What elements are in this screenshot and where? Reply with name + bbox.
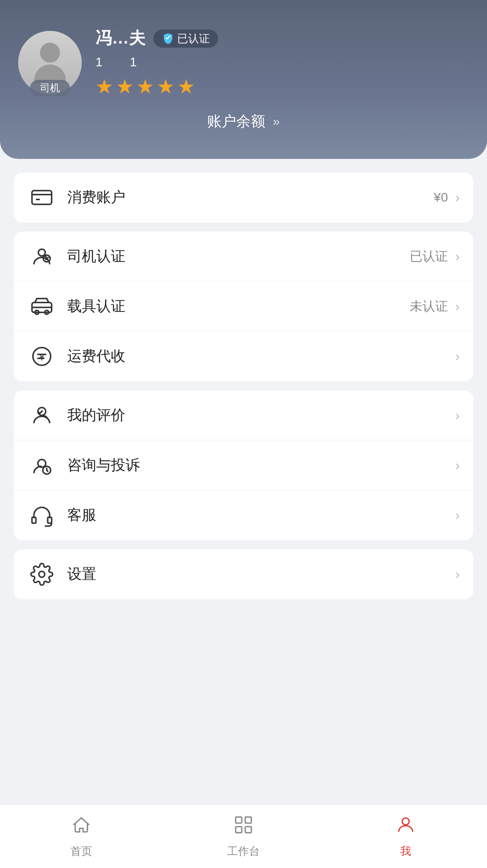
balance-row[interactable]: 账户余额 » bbox=[18, 112, 469, 132]
headset-icon bbox=[27, 501, 56, 530]
avatar-head bbox=[40, 43, 60, 63]
consult-complaint-label: 咨询与投诉 bbox=[67, 455, 448, 475]
svg-text:¥: ¥ bbox=[39, 351, 45, 363]
menu-item-vehicle-cert[interactable]: 载具认证 未认证 › bbox=[14, 281, 473, 331]
profile-header: 司机 冯...夫 已认证 1 1 bbox=[0, 0, 487, 159]
consult-icon bbox=[27, 451, 56, 480]
settings-label: 设置 bbox=[67, 564, 448, 584]
svg-point-20 bbox=[403, 818, 409, 825]
balance-label: 账户余额 bbox=[207, 112, 265, 132]
bottom-nav: 首页 工作台 我 bbox=[0, 804, 487, 868]
freight-collect-arrow: › bbox=[455, 349, 460, 364]
shield-icon bbox=[162, 32, 174, 45]
star2: ★ bbox=[116, 75, 134, 98]
star5: ★ bbox=[177, 75, 195, 98]
review-icon bbox=[27, 401, 56, 430]
nav-item-me[interactable]: 我 bbox=[325, 805, 487, 868]
svg-point-3 bbox=[38, 249, 45, 256]
consult-complaint-arrow: › bbox=[455, 458, 460, 473]
balance-chevron: » bbox=[273, 114, 280, 129]
svg-rect-19 bbox=[245, 827, 251, 833]
nav-item-workspace[interactable]: 工作台 bbox=[162, 805, 324, 868]
svg-rect-16 bbox=[236, 817, 242, 823]
customer-service-arrow: › bbox=[455, 508, 460, 523]
settings-arrow: › bbox=[455, 567, 460, 582]
freight-collect-icon: ¥ bbox=[27, 342, 56, 371]
driver-label: 司机 bbox=[30, 80, 70, 96]
vehicle-cert-arrow: › bbox=[455, 299, 460, 314]
consume-account-label: 消费账户 bbox=[67, 187, 434, 207]
my-reviews-label: 我的评价 bbox=[67, 405, 448, 425]
grid-icon bbox=[233, 814, 254, 840]
menu-item-my-reviews[interactable]: 我的评价 › bbox=[14, 390, 473, 440]
settings-icon bbox=[27, 560, 56, 589]
svg-point-15 bbox=[39, 572, 45, 577]
menu-section-1: 消费账户 ¥0 › bbox=[14, 173, 473, 222]
card-icon bbox=[27, 183, 56, 212]
stat2: 1 bbox=[130, 55, 137, 69]
verified-badge: 已认证 bbox=[154, 30, 218, 48]
vehicle-cert-icon bbox=[27, 292, 56, 321]
menu-section-2: 司机认证 已认证 › 载具认证 未认证 › ¥ bbox=[14, 232, 473, 381]
freight-collect-label: 运费代收 bbox=[67, 346, 448, 366]
me-label: 我 bbox=[400, 844, 411, 858]
my-reviews-arrow: › bbox=[455, 408, 460, 423]
stats-row: 1 1 bbox=[95, 55, 218, 69]
verified-text: 已认证 bbox=[177, 31, 210, 46]
home-icon bbox=[71, 814, 92, 840]
nav-item-home[interactable]: 首页 bbox=[0, 805, 162, 868]
customer-service-label: 客服 bbox=[67, 505, 448, 525]
driver-cert-value: 已认证 bbox=[410, 248, 448, 265]
name-row: 冯...夫 已认证 bbox=[95, 27, 218, 49]
workspace-label: 工作台 bbox=[227, 844, 260, 858]
menu-item-consult-complaint[interactable]: 咨询与投诉 › bbox=[14, 440, 473, 490]
home-label: 首页 bbox=[70, 844, 92, 858]
menu-section-4: 设置 › bbox=[14, 549, 473, 599]
svg-rect-0 bbox=[32, 191, 51, 204]
menu-item-settings[interactable]: 设置 › bbox=[14, 549, 473, 599]
menu-content: 消费账户 ¥0 › 司机认证 已认证 › bbox=[0, 159, 487, 695]
menu-item-freight-collect[interactable]: ¥ 运费代收 › bbox=[14, 331, 473, 381]
consume-account-value: ¥0 bbox=[434, 190, 448, 205]
svg-rect-18 bbox=[236, 827, 242, 833]
menu-section-3: 我的评价 › 咨询与投诉 › bbox=[14, 390, 473, 540]
avatar-person bbox=[34, 43, 66, 83]
driver-cert-label: 司机认证 bbox=[67, 247, 410, 266]
driver-cert-arrow: › bbox=[455, 249, 460, 264]
consume-account-arrow: › bbox=[455, 190, 460, 205]
person-icon bbox=[395, 814, 416, 840]
svg-rect-17 bbox=[245, 817, 251, 823]
star3: ★ bbox=[136, 75, 154, 98]
user-name: 冯...夫 bbox=[95, 27, 146, 49]
star1: ★ bbox=[95, 75, 113, 98]
profile-row: 司机 冯...夫 已认证 1 1 bbox=[18, 27, 469, 98]
vehicle-cert-label: 载具认证 bbox=[67, 296, 410, 316]
menu-item-driver-cert[interactable]: 司机认证 已认证 › bbox=[14, 232, 473, 281]
menu-item-customer-service[interactable]: 客服 › bbox=[14, 490, 473, 540]
menu-item-consume-account[interactable]: 消费账户 ¥0 › bbox=[14, 173, 473, 222]
vehicle-cert-value: 未认证 bbox=[410, 298, 448, 315]
driver-cert-icon bbox=[27, 242, 56, 271]
profile-info: 冯...夫 已认证 1 1 ★ ★ ★ bbox=[95, 27, 218, 98]
avatar-container: 司机 bbox=[18, 31, 82, 94]
stat1: 1 bbox=[95, 55, 103, 69]
star4: ★ bbox=[157, 75, 174, 98]
stars-row: ★ ★ ★ ★ ★ bbox=[95, 75, 218, 98]
